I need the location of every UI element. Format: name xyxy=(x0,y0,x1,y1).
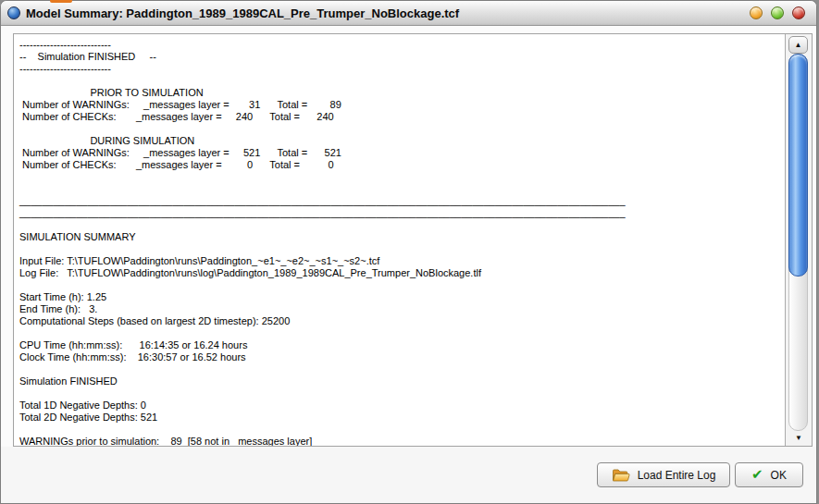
log-text: --------------------------- -- Simulatio… xyxy=(19,39,785,446)
check-icon: ✔ xyxy=(751,468,763,482)
background-window-sliver xyxy=(50,0,72,3)
arrow-down-icon: ▼ xyxy=(795,434,802,442)
scroll-down-button[interactable]: ▼ xyxy=(786,433,812,444)
minimize-button[interactable] xyxy=(750,6,763,19)
open-folder-icon xyxy=(612,468,630,483)
app-icon xyxy=(7,6,20,19)
ok-button[interactable]: ✔ OK xyxy=(735,462,803,487)
window-controls xyxy=(750,6,805,19)
maximize-button[interactable] xyxy=(771,6,784,19)
arrow-up-icon: ▲ xyxy=(795,41,802,49)
load-entire-log-label: Load Entire Log xyxy=(638,469,716,482)
vertical-scrollbar[interactable]: ▲ ▼ xyxy=(786,34,812,446)
load-entire-log-button[interactable]: Load Entire Log xyxy=(597,462,730,487)
button-panel: Load Entire Log ✔ OK xyxy=(1,447,816,503)
log-scroll-pane: --------------------------- -- Simulatio… xyxy=(13,33,813,447)
model-summary-dialog: Model Summary: Paddington_1989_1989CAL_P… xyxy=(0,0,817,504)
title-bar[interactable]: Model Summary: Paddington_1989_1989CAL_P… xyxy=(1,1,816,26)
scrollbar-thumb[interactable] xyxy=(788,54,808,277)
log-viewport[interactable]: --------------------------- -- Simulatio… xyxy=(14,34,786,446)
ok-label: OK xyxy=(771,469,787,482)
scroll-up-button[interactable]: ▲ xyxy=(788,36,808,54)
window-title: Model Summary: Paddington_1989_1989CAL_P… xyxy=(26,6,459,20)
close-button[interactable] xyxy=(792,6,805,19)
